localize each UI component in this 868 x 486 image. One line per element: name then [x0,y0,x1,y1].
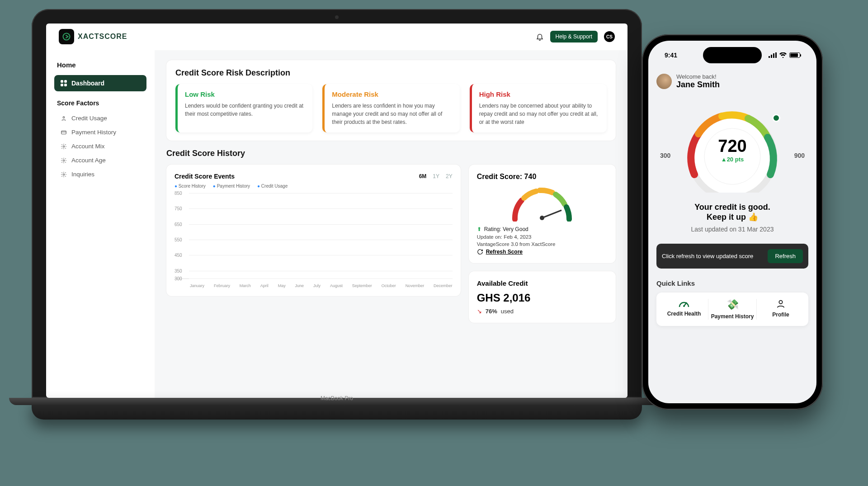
mobile-score-value: 720 [718,137,746,156]
quick-link-label: Payment History [711,313,754,320]
risk-title: High Risk [479,90,599,98]
chart-y-tick: 300 [175,276,182,281]
risk-card-high: High Risk Lenders nay be concerned about… [470,84,607,132]
chart-title: Credit Score Events [175,173,235,180]
chart-y-tick: 550 [175,237,182,242]
sidebar-item-label: Credit Usage [71,115,107,122]
svg-point-0 [63,33,70,40]
risk-description: Lenders would be confident granting you … [185,102,305,118]
chart-y-tick: 350 [175,268,182,273]
quick-link-label: Profile [772,311,789,318]
sidebar-item-dashboard[interactable]: Dashboard [54,75,146,91]
sidebar-item-label: Account Mix [71,143,105,150]
chart-x-tick: October [382,283,396,288]
legend-item: Payment History [213,184,250,189]
chart-x-tick: April [260,283,269,288]
chart-x-labels: JanuaryFebruaryMarchAprilMayJuneJulyAugu… [190,283,453,288]
gauge-max-label: 900 [794,152,805,159]
chart-y-tick: 450 [175,253,182,258]
sidebar-item-inquiries[interactable]: Inquiries [54,167,146,181]
chart-x-tick: November [406,283,425,288]
main-content: Credit Score Risk Description Low Risk L… [155,50,627,398]
mobile-updated: Last updated on 31 Mar 2023 [656,226,808,233]
risk-panel: Credit Score Risk Description Low Risk L… [166,60,616,141]
available-credit-value: GHS 2,016 [477,292,608,304]
money-hand-icon: 💸 [710,299,755,311]
mobile-user-header: Welcome back! Jane Smith [656,73,808,90]
svg-point-5 [63,174,65,175]
logo-icon [59,29,74,44]
help-button[interactable]: Help & Support [550,31,598,42]
risk-card-moderate: Moderate Risk Lenders are less confident… [322,84,459,132]
gear-icon [61,171,67,178]
legend-item: Score History [175,184,206,189]
user-icon [759,299,803,309]
score-updated: Update on: Feb 4, 2023 [477,234,608,240]
avatar[interactable] [656,74,672,89]
laptop-mock: XACTSCORE Help & Support CS Home [32,9,642,425]
legend-item: Credit Usage [257,184,288,189]
quick-link-credit-health[interactable]: Credit Health [660,299,708,320]
risk-section-title: Credit Score Risk Description [175,68,607,78]
battery-icon [789,52,800,58]
range-2y[interactable]: 2Y [446,173,453,179]
refresh-score-link[interactable]: Refresh Score [477,249,608,255]
mobile-refresh-button[interactable]: Refresh [768,249,803,263]
chart-x-tick: January [190,283,204,288]
sidebar-item-label: Account Age [71,157,106,164]
chart-x-tick: March [240,283,251,288]
chart-x-tick: September [352,283,372,288]
arrow-up-icon: ⬆ [477,226,481,232]
svg-rect-7 [769,56,770,58]
svg-point-4 [63,160,65,161]
range-1y[interactable]: 1Y [433,173,439,179]
svg-rect-10 [775,52,777,58]
chart-x-tick: February [214,283,230,288]
history-section-title: Credit Score History [166,149,616,158]
sidebar-item-payment-history[interactable]: Payment History [54,125,146,139]
rating-text: Rating: Very Good [484,226,528,232]
chart-y-tick: 750 [175,206,182,211]
signal-icon [769,52,777,58]
gauge-icon [477,185,608,222]
used-label: used [501,308,514,315]
sidebar-item-account-age[interactable]: Account Age [54,153,146,167]
used-percent: 76% [486,308,497,315]
range-6m[interactable]: 6M [419,173,427,179]
laptop-model-label: MacBook Pro [321,395,353,401]
svg-point-6 [540,216,544,220]
risk-description: Lenders nay be concerned about your abil… [479,102,599,126]
sidebar-item-credit-usage[interactable]: Credit Usage [54,111,146,125]
svg-point-15 [779,301,782,304]
credit-score-title: Credit Score: 740 [477,173,608,181]
chart-x-tick: May [278,283,286,288]
gauge-min-label: 300 [660,152,670,159]
chart-x-tick: July [313,283,321,288]
history-chart-card: Credit Score Events 6M 1Y 2Y Score [166,165,461,296]
mobile-status-line1: Your credit is good. [656,203,808,212]
risk-description: Lenders are less confident in how you ma… [332,102,452,126]
quick-links-title: Quick Links [656,279,808,287]
svg-point-3 [63,146,65,147]
score-source: VantageScore 3.0 from XactScore [477,241,608,247]
quick-link-label: Credit Health [667,311,701,317]
bell-icon[interactable] [536,33,544,41]
chart-x-tick: August [330,283,343,288]
quick-link-profile[interactable]: Profile [757,299,805,320]
arrow-down-right-icon: ↘ [477,308,482,315]
mobile-status-line2: Keep it up 👍 [656,212,808,222]
brand: XACTSCORE [59,29,127,44]
topbar: XACTSCORE Help & Support CS [46,24,627,50]
welcome-text: Welcome back! [676,73,720,80]
sidebar-item-account-mix[interactable]: Account Mix [54,139,146,153]
chart-grid: 300350450550650750850 [175,193,453,279]
phone-mock: 9:41 Welcome back! Jane Smith [642,34,823,410]
svg-point-14 [683,305,685,307]
sidebar-item-label: Payment History [71,129,116,136]
gauge-indicator-dot [772,114,780,122]
avatar[interactable]: CS [604,31,615,42]
mobile-refresh-prompt: Click refresh to view updated score [662,253,753,260]
quick-link-payment-history[interactable]: 💸 Payment History [708,299,757,320]
brand-name: XACTSCORE [78,33,127,41]
chart-x-tick: June [295,283,304,288]
